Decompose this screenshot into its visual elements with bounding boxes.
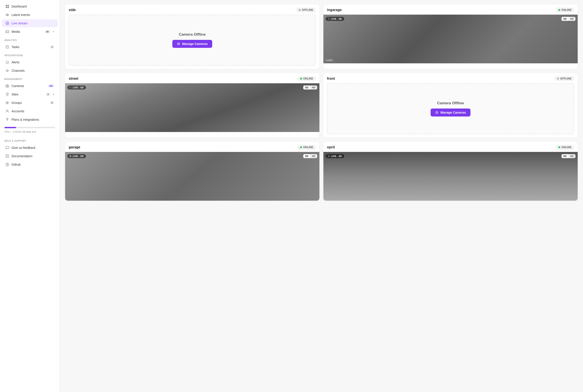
integrations-section-label: INTEGRATIONS [0,51,60,58]
sidebar-item-label: Alerts [12,60,54,64]
sidebar-item-label: Github [12,163,54,166]
sidebar-item-latest-events[interactable]: Latest events [2,11,58,19]
status-dot-street [300,78,302,80]
media-chevron: ▾ [53,30,54,33]
camera-name-ingarage: ingarage [327,8,342,12]
camera-feed-garage[interactable]: LIVE - SD SD HD [65,152,320,201]
svg-point-31 [178,43,179,44]
sidebar-item-groups[interactable]: Groups 0 [2,99,58,107]
circle-play-icon [5,21,9,25]
quality-hd-garage[interactable]: HD [310,154,317,158]
live-dot-garage [70,155,71,157]
camera-card-garage: garage ONLINE LIVE - SD SD HD [65,142,320,201]
camera-card-side: side OFFLINE Camera Offline Manage Camer… [65,4,320,69]
status-badge-oprit: ONLINE [556,145,574,150]
svg-rect-0 [6,5,7,6]
sidebar-item-documentation[interactable]: Documentation [2,152,58,160]
sidebar-item-label: Sites [12,92,44,96]
svg-point-30 [7,164,8,164]
sidebar-item-label: Give us feedback [12,146,54,150]
megaphone-icon [5,69,9,73]
sidebar-item-alerts[interactable]: Alerts [2,58,58,66]
film-icon [5,30,9,34]
svg-point-20 [7,110,8,111]
sidebar-item-plans[interactable]: Plans & integrations [2,116,58,124]
sidebar-item-channels[interactable]: Channels [2,67,58,75]
quality-hd-oprit[interactable]: HD [568,154,576,158]
tasks-badge: 3 [50,46,54,48]
quality-sd-street[interactable]: SD [303,86,310,90]
status-dot-oprit [558,146,560,148]
camera-header-front: front OFFLINE [324,73,578,83]
svg-point-18 [6,102,7,103]
quality-hd-street[interactable]: HD [310,86,317,90]
sidebar-item-tasks[interactable]: Tasks 3 [2,43,58,51]
live-indicator-garage: LIVE - SD [67,154,86,158]
status-dot-side [299,9,300,11]
svg-point-17 [7,94,8,94]
live-dot-oprit [328,155,330,157]
live-label-ingarage: LIVE - SD [331,18,342,20]
storage-bar-fill [4,127,16,128]
sidebar-item-dashboard[interactable]: Dashboard [2,2,58,10]
svg-point-5 [7,14,8,16]
storage-bar-background [4,127,55,128]
camera-card-front: front OFFLINE Camera Offline Manage Came… [324,73,578,138]
sidebar-item-label: Groups [12,101,48,104]
camera-feed-oprit[interactable]: LIVE - SD SD HD [324,152,578,201]
media-badge: 30 [44,30,50,33]
camera-card-street: street ONLINE LIVE - SD SD HD [65,73,320,138]
camera-card-oprit: oprit ONLINE LIVE - SD SD HD [324,142,578,201]
help-section-label: HELP & SUPPORT [0,137,60,144]
svg-point-19 [8,102,9,103]
quality-sd-ingarage[interactable]: SD [562,17,568,21]
status-dot-front [557,78,559,80]
sites-chevron: ▾ [53,93,54,96]
status-badge-street: ONLINE [298,76,316,81]
camera-offline-side: Camera Offline Manage Cameras [69,14,316,66]
tasks-icon [5,45,9,49]
person-icon [5,109,9,113]
status-dot-garage [300,146,302,148]
sites-badge: 2 [46,93,50,96]
camera-grid: side OFFLINE Camera Offline Manage Camer… [65,4,578,201]
quality-sd-garage[interactable]: SD [303,154,310,158]
svg-point-16 [7,86,8,87]
live-indicator-ingarage: LIVE - SD [326,17,344,21]
live-label-oprit: LIVE - SD [331,155,342,158]
sidebar-item-feedback[interactable]: Give us feedback [2,144,58,152]
sidebar-item-label: Channels [12,69,54,72]
camera-name-front: front [327,77,335,80]
camera-feed-street[interactable]: LIVE - SD SD HD [65,83,320,132]
sidebar-item-label: Cameras [12,84,46,88]
manage-cameras-button-front[interactable]: Manage Cameras [430,108,470,116]
svg-marker-7 [7,22,8,24]
sidebar-item-accounts[interactable]: Accounts [2,107,58,115]
sidebar-item-label: Live stream [12,22,54,25]
pin-icon [5,92,9,96]
quality-hd-ingarage[interactable]: HD [568,17,576,21]
cameras-badge: 4/6 [48,84,54,88]
comment-icon [5,146,9,150]
svg-rect-2 [6,7,7,8]
groups-badge: 0 [50,101,54,104]
sidebar-item-cameras[interactable]: Cameras 4/6 [2,82,58,90]
manage-cameras-button-side[interactable]: Manage Cameras [172,40,212,48]
bell-icon [5,60,9,64]
sidebar-item-github[interactable]: Github [2,160,58,168]
sidebar-item-media[interactable]: Media 30 ▾ [2,28,58,36]
live-label-garage: LIVE - SD [73,155,84,158]
quality-toggle-street: SD HD [303,86,317,90]
quality-sd-oprit[interactable]: SD [562,154,568,158]
sidebar-item-live-stream[interactable]: Live stream [2,19,58,27]
storage-section: 23% — 5.92/25 GB daily limit [0,124,60,137]
camera-name-garage: garage [69,145,80,149]
svg-rect-8 [6,30,9,33]
eye-icon [5,13,9,17]
camera-header-oprit: oprit ONLINE [324,142,578,152]
status-text-garage: ONLINE [303,146,313,149]
camera-feed-ingarage[interactable]: LIVE - SD SD HD CAM01 [324,14,578,63]
sidebar-item-sites[interactable]: Sites 2 ▾ [2,90,58,98]
storage-label: 23% — 5.92/25 GB daily limit [4,130,36,133]
status-badge-garage: ONLINE [298,145,316,150]
